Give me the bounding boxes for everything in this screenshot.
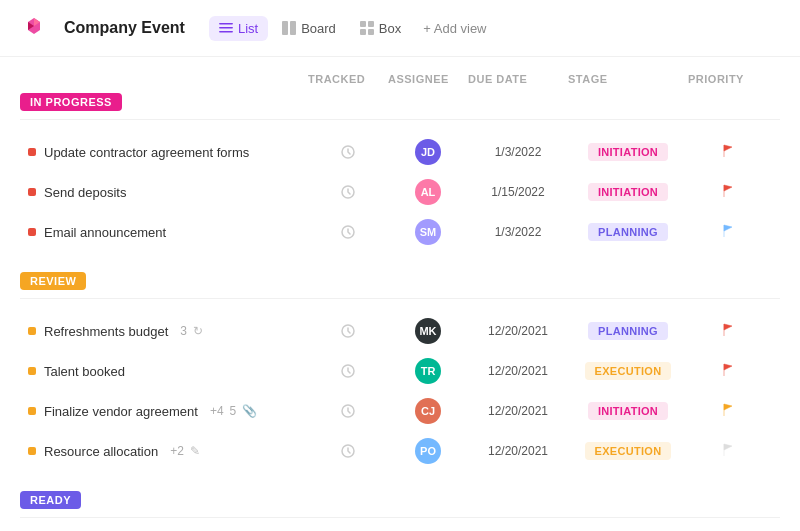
assignee-cell: CJ bbox=[388, 398, 468, 424]
svg-rect-9 bbox=[368, 29, 374, 35]
priority-flag-icon bbox=[721, 363, 735, 380]
tracked-cell[interactable] bbox=[308, 144, 388, 160]
tracked-cell[interactable] bbox=[308, 224, 388, 240]
stage-cell: INITIATION bbox=[568, 402, 688, 420]
flag-svg bbox=[721, 363, 735, 377]
stage-badge: PLANNING bbox=[588, 223, 668, 241]
task-dot bbox=[28, 327, 36, 335]
task-name-cell: Send deposits bbox=[28, 185, 308, 200]
task-dot bbox=[28, 447, 36, 455]
meta-count: +4 bbox=[210, 404, 224, 418]
section-review: REVIEWRefreshments budget3↻ MK12/20/2021… bbox=[20, 272, 780, 471]
avatar: TR bbox=[415, 358, 441, 384]
task-dot bbox=[28, 228, 36, 236]
assignee-cell: JD bbox=[388, 139, 468, 165]
due-date: 12/20/2021 bbox=[468, 404, 568, 418]
tracked-icon bbox=[340, 144, 356, 160]
avatar: AL bbox=[415, 179, 441, 205]
box-icon bbox=[360, 21, 374, 35]
meta-icon: 📎 bbox=[242, 404, 257, 418]
col-task bbox=[52, 73, 308, 85]
table-row[interactable]: Finalize vendor agreement+45📎 CJ12/20/20… bbox=[20, 391, 780, 431]
priority-cell bbox=[688, 363, 768, 380]
priority-cell bbox=[688, 323, 768, 340]
task-name: Resource allocation bbox=[44, 444, 158, 459]
tracked-icon bbox=[340, 403, 356, 419]
section-in-progress: IN PROGRESSUpdate contractor agreement f… bbox=[20, 93, 780, 252]
tracked-cell[interactable] bbox=[308, 363, 388, 379]
tracked-cell[interactable] bbox=[308, 323, 388, 339]
section-divider bbox=[20, 298, 780, 299]
nav-tabs: List Board Box + Add view bbox=[209, 16, 495, 41]
task-name-cell: Finalize vendor agreement+45📎 bbox=[28, 404, 308, 419]
stage-badge: INITIATION bbox=[588, 143, 668, 161]
svg-rect-4 bbox=[282, 21, 288, 35]
task-name: Update contractor agreement forms bbox=[44, 145, 249, 160]
avatar: SM bbox=[415, 219, 441, 245]
due-date: 12/20/2021 bbox=[468, 444, 568, 458]
flag-svg bbox=[721, 323, 735, 337]
task-name: Refreshments budget bbox=[44, 324, 168, 339]
main-content: TRACKED ASSIGNEE DUE DATE STAGE PRIORITY… bbox=[0, 57, 800, 531]
priority-flag-icon bbox=[721, 224, 735, 241]
project-title: Company Event bbox=[64, 19, 185, 37]
col-stage: STAGE bbox=[568, 73, 688, 85]
stage-badge: EXECUTION bbox=[585, 442, 672, 460]
due-date: 1/3/2022 bbox=[468, 225, 568, 239]
task-name: Finalize vendor agreement bbox=[44, 404, 198, 419]
task-name: Talent booked bbox=[44, 364, 125, 379]
task-name-cell: Refreshments budget3↻ bbox=[28, 324, 308, 339]
meta-count: 5 bbox=[230, 404, 237, 418]
table-row[interactable]: Email announcement SM1/3/2022PLANNING bbox=[20, 212, 780, 252]
tracked-cell[interactable] bbox=[308, 443, 388, 459]
due-date: 1/15/2022 bbox=[468, 185, 568, 199]
avatar: PO bbox=[415, 438, 441, 464]
app-icon bbox=[20, 14, 48, 42]
table-row[interactable]: Refreshments budget3↻ MK12/20/2021PLANNI… bbox=[20, 311, 780, 351]
priority-cell bbox=[688, 144, 768, 161]
stage-cell: INITIATION bbox=[568, 143, 688, 161]
add-view-button[interactable]: + Add view bbox=[415, 16, 494, 41]
tracked-icon bbox=[340, 184, 356, 200]
assignee-cell: AL bbox=[388, 179, 468, 205]
task-name-cell: Talent booked bbox=[28, 364, 308, 379]
section-header: IN PROGRESS bbox=[20, 93, 780, 111]
tab-list[interactable]: List bbox=[209, 16, 268, 41]
task-name-cell: Email announcement bbox=[28, 225, 308, 240]
section-header: REVIEW bbox=[20, 272, 780, 290]
task-meta: +45📎 bbox=[210, 404, 257, 418]
stage-cell: EXECUTION bbox=[568, 442, 688, 460]
table-row[interactable]: Talent booked TR12/20/2021EXECUTION bbox=[20, 351, 780, 391]
table-row[interactable]: Send deposits AL1/15/2022INITIATION bbox=[20, 172, 780, 212]
flag-svg bbox=[721, 184, 735, 198]
assignee-cell: SM bbox=[388, 219, 468, 245]
flag-svg bbox=[721, 224, 735, 238]
col-priority: PRIORITY bbox=[688, 73, 768, 85]
task-dot bbox=[28, 407, 36, 415]
task-meta: 3↻ bbox=[180, 324, 203, 338]
stage-badge: INITIATION bbox=[588, 402, 668, 420]
tracked-icon bbox=[340, 363, 356, 379]
task-name: Send deposits bbox=[44, 185, 126, 200]
table-row[interactable]: Resource allocation+2✎ PO12/20/2021EXECU… bbox=[20, 431, 780, 471]
col-tracked: TRACKED bbox=[308, 73, 388, 85]
priority-flag-icon bbox=[721, 184, 735, 201]
meta-count: 3 bbox=[180, 324, 187, 338]
tracked-cell[interactable] bbox=[308, 184, 388, 200]
task-name-cell: Update contractor agreement forms bbox=[28, 145, 308, 160]
priority-cell bbox=[688, 184, 768, 201]
task-name: Email announcement bbox=[44, 225, 166, 240]
tab-board[interactable]: Board bbox=[272, 16, 346, 41]
section-divider bbox=[20, 517, 780, 518]
table-row[interactable]: Update contractor agreement forms JD1/3/… bbox=[20, 132, 780, 172]
task-dot bbox=[28, 148, 36, 156]
priority-flag-icon bbox=[721, 443, 735, 460]
stage-cell: PLANNING bbox=[568, 322, 688, 340]
tab-box[interactable]: Box bbox=[350, 16, 411, 41]
task-dot bbox=[28, 367, 36, 375]
stage-badge: PLANNING bbox=[588, 322, 668, 340]
svg-rect-3 bbox=[219, 31, 233, 33]
tracked-cell[interactable] bbox=[308, 403, 388, 419]
column-headers: TRACKED ASSIGNEE DUE DATE STAGE PRIORITY bbox=[20, 73, 780, 93]
sections-container: IN PROGRESSUpdate contractor agreement f… bbox=[20, 93, 780, 531]
